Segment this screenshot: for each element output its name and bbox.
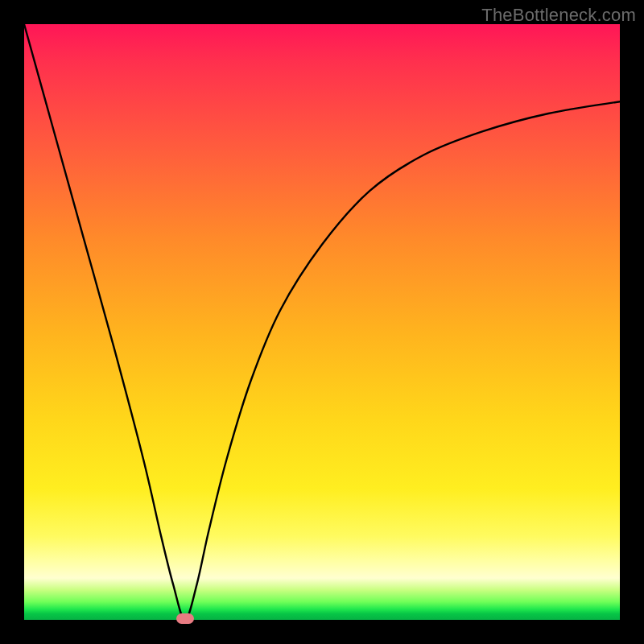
chart-frame: TheBottleneck.com <box>0 0 644 644</box>
watermark-text: TheBottleneck.com <box>481 5 636 26</box>
bottleneck-curve <box>24 24 620 620</box>
optimum-marker <box>176 613 194 624</box>
plot-area <box>24 24 620 620</box>
